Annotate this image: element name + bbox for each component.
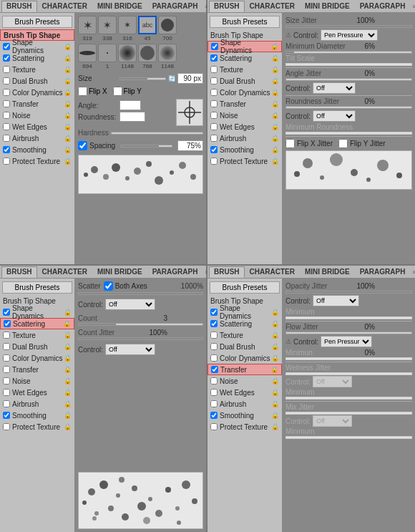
tab-minibridge-tr[interactable]: MINI BRIDGE	[300, 1, 355, 12]
smoothing-tr[interactable]: Smoothing 🔒	[208, 144, 282, 155]
spacing-value-tl[interactable]: 75%	[177, 140, 203, 151]
color-dynamics-check-tl[interactable]	[3, 89, 10, 96]
shape-dynamics-bl[interactable]: Shape Dynamics 🔒	[0, 306, 74, 318]
smoothing-check-tl[interactable]	[3, 146, 10, 153]
roundness-value-tl[interactable]: 100%	[119, 112, 145, 122]
dual-brush-tl[interactable]: Dual Brush 🔒	[0, 75, 74, 87]
smoothing-bl[interactable]: Smoothing 🔒	[0, 410, 74, 421]
airbrush-check-bl[interactable]	[3, 400, 10, 407]
control-select-tr[interactable]: Pen Pressure Off	[321, 29, 378, 41]
airbrush-check-tr[interactable]	[210, 135, 218, 142]
texture-check-tr[interactable]	[210, 66, 218, 73]
brush-presets-btn-tl[interactable]: Brush Presets	[2, 16, 72, 28]
dual-brush-check-bl[interactable]	[3, 343, 10, 350]
dual-brush-check-tr[interactable]	[210, 77, 218, 84]
wet-edges-check-br[interactable]	[210, 389, 218, 396]
texture-check-bl[interactable]	[3, 332, 10, 339]
expand-btn-br[interactable]: »	[410, 269, 415, 276]
shape-dynamics-check-bl[interactable]	[3, 309, 10, 316]
smoothing-check-br[interactable]	[210, 412, 218, 419]
brush-presets-btn-bl[interactable]: Brush Presets	[2, 281, 72, 294]
spacing-checkbox-tl[interactable]	[78, 141, 87, 150]
flow-control-select-br[interactable]: Pen Pressure Off	[321, 336, 372, 347]
color-dynamics-bl[interactable]: Color Dynamics 🔒	[0, 352, 74, 364]
flip-y-jitter-check-tr[interactable]	[338, 139, 348, 148]
color-dynamics-tl[interactable]: Color Dynamics 🔒	[0, 87, 74, 98]
dual-brush-bl[interactable]: Dual Brush 🔒	[0, 341, 74, 352]
texture-br[interactable]: Texture 🔒	[208, 329, 282, 341]
transfer-check-bl[interactable]	[3, 366, 10, 373]
wet-edges-tr[interactable]: Wet Edges 🔒	[208, 121, 282, 132]
transfer-br[interactable]: Transfer 🔒	[208, 364, 282, 375]
both-axes-check-bl[interactable]	[104, 281, 113, 291]
dual-brush-br[interactable]: Dual Brush 🔒	[208, 341, 282, 352]
opacity-jitter-slider-br[interactable]	[285, 291, 412, 294]
noise-bl[interactable]: Noise 🔒	[0, 375, 74, 387]
tab-minibridge-tl[interactable]: MINI BRIDGE	[92, 1, 147, 12]
scatter-control-select-bl[interactable]: Off	[105, 299, 155, 310]
expand-btn-tr[interactable]: »	[410, 3, 415, 10]
texture-bl[interactable]: Texture 🔒	[0, 329, 74, 341]
color-dynamics-check-br[interactable]	[210, 354, 218, 362]
shape-dynamics-check-tl[interactable]	[3, 43, 10, 50]
protect-texture-check-tr[interactable]	[210, 158, 218, 165]
flip-y-check-tl[interactable]	[113, 87, 122, 96]
control3-select-tr[interactable]: Off	[313, 110, 356, 122]
crosshair-tl[interactable]	[176, 99, 203, 126]
noise-br[interactable]: Noise 🔒	[208, 375, 282, 387]
transfer-check-br[interactable]	[211, 366, 218, 373]
flip-x-check-tl[interactable]	[78, 87, 87, 96]
wet-edges-check-tl[interactable]	[3, 123, 10, 130]
flip-y-jitter-tr[interactable]: Flip Y Jitter	[338, 139, 386, 148]
scattering-check-tr[interactable]	[210, 54, 218, 62]
both-axes-bl[interactable]: Both Axes	[104, 281, 147, 291]
shape-dynamics-check-tr[interactable]	[211, 43, 218, 50]
count-jitter-control-select-bl[interactable]: Off	[105, 344, 155, 355]
tab-brush-bl[interactable]: BRUSH	[1, 266, 37, 278]
texture-tr[interactable]: Texture 🔒	[208, 64, 282, 75]
transfer-bl[interactable]: Transfer 🔒	[0, 364, 74, 375]
protect-texture-check-tl[interactable]	[3, 158, 10, 165]
noise-tr[interactable]: Noise 🔒	[208, 110, 282, 121]
tab-paragraph-bl[interactable]: PARAGRAPH	[147, 266, 203, 278]
transfer-check-tr[interactable]	[210, 100, 218, 107]
scattering-br[interactable]: Scattering 🔒	[208, 318, 282, 329]
smoothing-br[interactable]: Smoothing 🔒	[208, 410, 282, 421]
protect-texture-br[interactable]: Protect Texture 🔒	[208, 421, 282, 432]
color-dynamics-br[interactable]: Color Dynamics 🔒	[208, 352, 282, 364]
roundness-jitter-slider-tr[interactable]	[285, 106, 412, 109]
scattering-check-tl[interactable]	[3, 54, 10, 62]
flip-y-tl[interactable]: Flip Y	[113, 87, 142, 96]
tab-character-br[interactable]: CHARACTER	[245, 266, 300, 278]
tab-paragraph-br[interactable]: PARAGRAPH	[355, 266, 411, 278]
protect-texture-bl[interactable]: Protect Texture 🔒	[0, 421, 74, 432]
opacity-control-select-br[interactable]: Off	[313, 295, 359, 306]
airbrush-tr[interactable]: Airbrush 🔒	[208, 132, 282, 144]
dual-brush-tr[interactable]: Dual Brush 🔒	[208, 75, 282, 87]
protect-texture-check-bl[interactable]	[3, 423, 10, 430]
protect-texture-check-br[interactable]	[210, 423, 218, 430]
dual-brush-check-tl[interactable]	[3, 77, 10, 84]
control2-select-tr[interactable]: Off	[313, 82, 356, 94]
wet-edges-check-bl[interactable]	[3, 389, 10, 396]
airbrush-tl[interactable]: Airbrush 🔒	[0, 132, 74, 144]
texture-check-br[interactable]	[210, 332, 218, 339]
smoothing-check-tr[interactable]	[210, 146, 218, 153]
protect-texture-tr[interactable]: Protect Texture 🔒	[208, 155, 282, 167]
airbrush-check-tl[interactable]	[3, 135, 10, 142]
color-dynamics-check-tr[interactable]	[210, 89, 218, 96]
scattering-tr[interactable]: Scattering 🔒	[208, 52, 282, 64]
smoothing-check-bl[interactable]	[3, 412, 10, 419]
noise-tl[interactable]: Noise 🔒	[0, 110, 74, 121]
shape-dynamics-tr[interactable]: Shape Dynamics 🔒	[208, 41, 282, 52]
color-dynamics-check-bl[interactable]	[3, 354, 10, 362]
tab-character-tl[interactable]: CHARACTER	[37, 1, 92, 12]
noise-check-br[interactable]	[210, 377, 218, 385]
airbrush-bl[interactable]: Airbrush 🔒	[0, 398, 74, 410]
brush-presets-btn-br[interactable]: Brush Presets	[210, 281, 280, 294]
airbrush-check-br[interactable]	[210, 400, 218, 407]
noise-check-tr[interactable]	[210, 112, 218, 119]
protect-texture-tl[interactable]: Protect Texture 🔒	[0, 155, 74, 167]
min-diameter-slider-tr[interactable]	[285, 51, 412, 54]
color-dynamics-tr[interactable]: Color Dynamics 🔒	[208, 87, 282, 98]
